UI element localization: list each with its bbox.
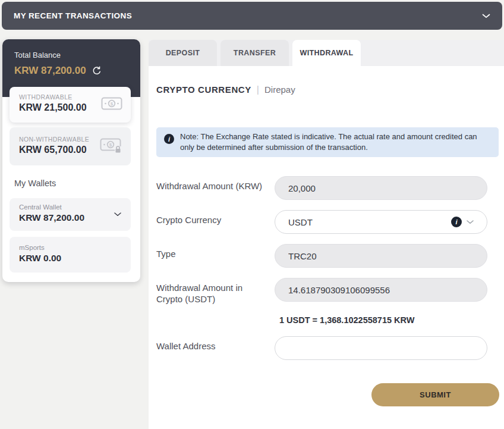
chevron-down-icon[interactable] [467,220,474,224]
non-withdrawable-card: NON-WITHDRAWABLE KRW 65,700.00 $ [10,127,131,165]
withdrawal-amount-input [275,176,487,200]
svg-text:$: $ [109,142,112,148]
info-icon[interactable]: i [451,217,462,227]
info-icon: i [164,134,174,144]
submit-button[interactable]: SUBMIT [371,383,499,406]
tab-strip: DEPOSIT TRANSFER WITHDRAWAL [149,40,504,66]
transactions-main-panel: DEPOSIT TRANSFER WITHDRAWAL CRYPTO CURRE… [149,40,504,429]
wallet-name: Central Wallet [19,203,122,211]
exchange-rate-text: 1 USDT = 1,368.1022558715 KRW [279,315,499,325]
crypto-currency-value: USDT [288,217,313,227]
tab-withdrawal[interactable]: WITHDRAWAL [292,40,361,66]
my-wallets-heading: My Wallets [14,179,56,188]
type-label: Type [156,244,275,268]
tab-transfer[interactable]: TRANSFER [220,40,289,66]
wallet-card-central[interactable]: Central Wallet KRW 87,200.00 [10,198,131,231]
withdrawal-amount-label: Withdrawal Amount (KRW) [156,176,275,200]
header-title: MY RECENT TRANSACTIONS [14,11,132,20]
type-input [275,244,487,268]
recent-transactions-header[interactable]: MY RECENT TRANSACTIONS [2,2,502,30]
total-balance-value: KRW 87,200.00 [14,65,86,77]
total-balance-label: Total Balance [14,51,128,60]
refresh-icon[interactable] [92,66,102,76]
chevron-down-icon[interactable] [482,14,490,18]
chevron-down-icon[interactable] [114,212,121,217]
tab-deposit[interactable]: DEPOSIT [149,40,217,66]
banknote-lock-icon: $ [100,137,122,156]
note-text: Note: The Exchange Rate stated is indica… [180,131,490,153]
wallet-value: KRW 0.00 [19,253,122,264]
withdrawable-card: WITHDRAWABLE KRW 21,500.00 $ [10,87,131,123]
section-title: CRYPTO CURRENCY | Direpay [156,84,499,96]
crypto-currency-label: Crypto Currency [156,210,275,234]
wallet-address-label: Wallet Address [156,336,275,360]
crypto-amount-input [275,278,487,302]
svg-text:$: $ [111,101,114,107]
crypto-currency-select[interactable]: USDT i [275,210,487,234]
banknote-icon: $ [101,96,122,113]
exchange-rate-note: i Note: The Exchange Rate stated is indi… [156,127,499,157]
crypto-amount-label: Withdrawal Amount in Crypto (USDT) [156,278,275,305]
wallet-address-input[interactable] [275,336,487,360]
balance-sidebar: Total Balance KRW 87,200.00 WITHDRAWABLE… [2,39,140,282]
wallet-name: mSports [19,244,122,251]
section-title-main: CRYPTO CURRENCY [156,84,251,95]
section-title-provider: Direpay [264,84,295,95]
wallet-card-msports[interactable]: mSports KRW 0.00 [10,237,131,273]
section-title-divider: | [257,84,259,95]
wallet-value: KRW 87,200.00 [19,212,122,223]
